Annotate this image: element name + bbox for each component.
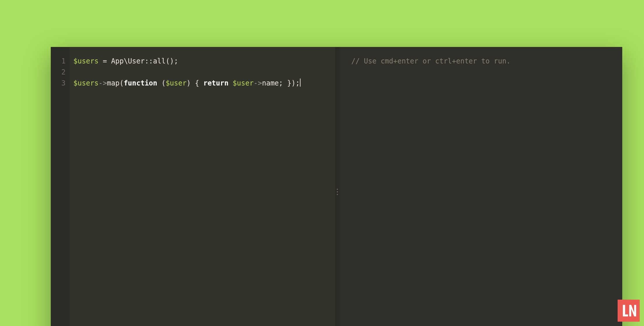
code-token: $users	[73, 79, 99, 87]
drag-handle-icon	[337, 189, 338, 195]
line-number-gutter: 123	[51, 47, 70, 326]
code-token: $user	[233, 79, 254, 87]
editor-window: 123 $users = App\User::all();$users->map…	[51, 47, 622, 326]
code-editor[interactable]: $users = App\User::all();$users->map(fun…	[70, 47, 335, 326]
brand-badge[interactable]	[618, 300, 640, 322]
code-token: = App\User::all();	[99, 57, 178, 65]
line-number: 3	[51, 78, 66, 89]
code-line[interactable]	[73, 67, 332, 78]
code-token: $users	[73, 57, 99, 65]
output-hint: // Use cmd+enter or ctrl+enter to run.	[351, 57, 511, 65]
text-cursor	[300, 79, 301, 87]
code-line[interactable]: $users = App\User::all();	[73, 56, 332, 67]
code-token: name; });	[262, 79, 300, 87]
code-token: (	[157, 79, 166, 87]
code-pane: 123 $users = App\User::all();$users->map…	[51, 47, 335, 326]
code-token: $user	[166, 79, 187, 87]
output-pane: // Use cmd+enter or ctrl+enter to run.	[340, 47, 622, 326]
code-token: map(	[107, 79, 124, 87]
code-token: return	[203, 79, 229, 87]
code-token: ) {	[187, 79, 203, 87]
line-number: 1	[51, 56, 66, 67]
ln-logo-icon	[621, 303, 636, 318]
code-line[interactable]: $users->map(function ($user) { return $u…	[73, 78, 332, 89]
code-token: ->	[254, 79, 262, 87]
code-token	[229, 79, 233, 87]
code-token: function	[124, 79, 157, 87]
code-token: ->	[99, 79, 107, 87]
line-number: 2	[51, 67, 66, 78]
pane-splitter[interactable]	[335, 47, 340, 326]
